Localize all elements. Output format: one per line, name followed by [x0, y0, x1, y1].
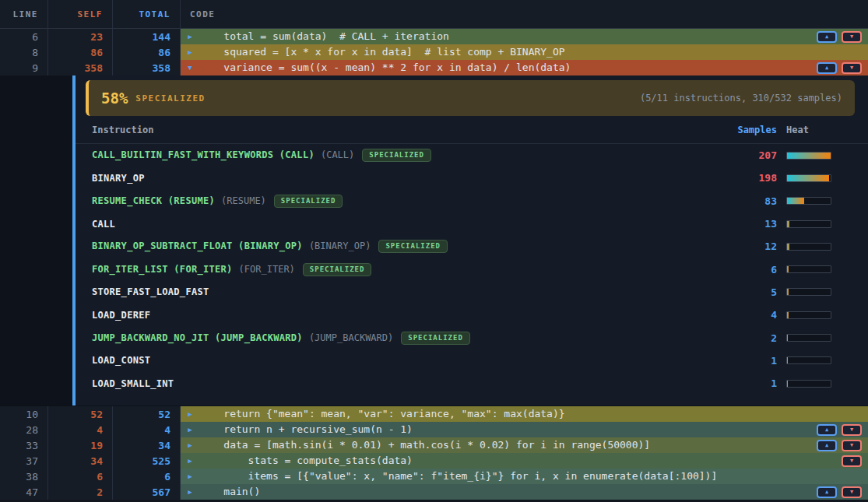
instruction-row: CALL_BUILTIN_FAST_WITH_KEYWORDS (CALL)(C… [76, 144, 868, 167]
line-number-cell: 38 [0, 469, 48, 484]
self-samples-cell: 6 [48, 469, 113, 484]
jump-up-button[interactable]: ▲ [817, 424, 837, 436]
code-text: total = sum(data) # CALL + iteration [199, 29, 449, 44]
code-cell[interactable]: ▶ total = sum(data) # CALL + iteration▲▼ [181, 29, 868, 44]
instruction-name: BINARY_OP_SUBTRACT_FLOAT (BINARY_OP)(BIN… [92, 240, 705, 253]
code-line-row[interactable]: 2844▶ return n + recursive_sum(n - 1)▲▼ [0, 422, 868, 437]
source-table-header: LINE SELF TOTAL CODE [0, 0, 868, 29]
specialized-badge: SPECIALIZED [401, 332, 470, 345]
total-samples-cell: 567 [113, 484, 181, 500]
jump-down-button[interactable]: ▼ [842, 440, 862, 451]
code-line-row[interactable]: 3734525▶ stats = compute_stats(data)▼ [0, 453, 868, 469]
jump-up-button[interactable]: ▲ [817, 62, 837, 74]
expander-icon[interactable]: ▶ [181, 29, 199, 44]
instruction-row: RESUME_CHECK (RESUME)(RESUME)SPECIALIZED… [76, 190, 868, 212]
code-line-row[interactable]: 9358358▼ variance = sum((x - mean) ** 2 … [0, 60, 868, 75]
instruction-rows: CALL_BUILTIN_FAST_WITH_KEYWORDS (CALL)(C… [76, 144, 868, 395]
code-line-row[interactable]: 3866▶ items = [{"value": x, "name": f"it… [0, 469, 868, 484]
code-text: return {"mean": mean, "var": variance, "… [199, 406, 565, 422]
code-line-row[interactable]: 472567▶ main()▲▼ [0, 484, 868, 500]
heat-bar-fill [787, 244, 789, 250]
code-cell[interactable]: ▶ squared = [x * x for x in data] # list… [181, 44, 868, 60]
instruction-row: BINARY_OP_SUBTRACT_FLOAT (BINARY_OP)(BIN… [76, 235, 868, 258]
heat-bar-fill [787, 357, 788, 363]
code-line-row[interactable]: 105252▶ return {"mean": mean, "var": var… [0, 406, 868, 422]
jump-down-button[interactable]: ▼ [842, 31, 862, 43]
instruction-column-header: Instruction [92, 125, 705, 135]
code-cell[interactable]: ▶ items = [{"value": x, "name": f"item_{… [181, 469, 868, 484]
code-line-row[interactable]: 88686▶ squared = [x * x for x in data] #… [0, 44, 868, 60]
expander-icon[interactable]: ▶ [181, 422, 199, 437]
instruction-samples-value: 1 [715, 377, 777, 389]
instruction-row: LOAD_CONST1 [76, 349, 868, 372]
code-text: items = [{"value": x, "name": f"item_{i}… [199, 469, 717, 484]
specialized-badge: SPECIALIZED [303, 263, 372, 276]
code-line-row[interactable]: 331934▶ data = [math.sin(i * 0.01) + mat… [0, 437, 868, 453]
line-nav-buttons: ▲▼ [817, 62, 868, 74]
column-header-self: SELF [48, 0, 113, 28]
heat-column-header: Heat [786, 125, 831, 135]
instruction-samples-value: 207 [715, 149, 777, 161]
jump-down-button[interactable]: ▼ [842, 62, 862, 74]
heat-bar-fill [787, 312, 789, 318]
line-number-cell: 37 [0, 453, 48, 469]
specialized-badge: SPECIALIZED [274, 195, 343, 208]
expander-icon[interactable]: ▶ [181, 453, 199, 469]
profiler-app: LINE SELF TOTAL CODE 623144▶ total = sum… [0, 0, 868, 502]
specialized-percent-label: SPECIALIZED [135, 93, 205, 104]
self-samples-cell: 52 [48, 406, 113, 422]
instruction-name: CALL_BUILTIN_FAST_WITH_KEYWORDS (CALL)(C… [92, 149, 705, 162]
code-line-row[interactable]: 623144▶ total = sum(data) # CALL + itera… [0, 29, 868, 44]
code-text: data = [math.sin(i * 0.01) + math.cos(i … [199, 437, 650, 453]
line-nav-buttons: ▼ [842, 455, 868, 467]
total-samples-cell: 4 [113, 422, 181, 437]
heat-bar [786, 197, 831, 205]
jump-up-button[interactable]: ▲ [817, 486, 837, 498]
instruction-name: RESUME_CHECK (RESUME)(RESUME)SPECIALIZED [92, 195, 705, 208]
line-number-cell: 28 [0, 422, 48, 437]
total-samples-cell: 34 [113, 437, 181, 453]
code-cell[interactable]: ▶ return {"mean": mean, "var": variance,… [181, 406, 868, 422]
jump-down-button[interactable]: ▼ [842, 455, 862, 467]
jump-down-button[interactable]: ▼ [842, 486, 862, 498]
line-number-cell: 10 [0, 406, 48, 422]
expander-icon[interactable]: ▶ [181, 406, 199, 422]
heat-bar [786, 265, 831, 273]
jump-down-button[interactable]: ▼ [842, 424, 862, 436]
expander-icon[interactable]: ▶ [181, 44, 199, 60]
jump-up-button[interactable]: ▲ [817, 31, 837, 43]
code-cell[interactable]: ▼ variance = sum((x - mean) ** 2 for x i… [181, 60, 868, 75]
code-text: return n + recursive_sum(n - 1) [199, 422, 413, 437]
instruction-name: LOAD_CONST [92, 355, 705, 366]
line-nav-buttons: ▲▼ [817, 440, 868, 451]
line-nav-buttons: ▲▼ [817, 486, 868, 498]
heat-bar [786, 311, 831, 319]
code-cell[interactable]: ▶ main()▲▼ [181, 484, 868, 500]
expander-icon[interactable]: ▶ [181, 437, 199, 453]
code-cell[interactable]: ▶ data = [math.sin(i * 0.01) + math.cos(… [181, 437, 868, 453]
instruction-base-name: (JUMP_BACKWARD) [309, 332, 393, 343]
heat-bar [786, 288, 831, 296]
jump-up-button[interactable]: ▲ [817, 440, 837, 451]
code-cell[interactable]: ▶ return n + recursive_sum(n - 1)▲▼ [181, 422, 868, 437]
expander-icon[interactable]: ▼ [181, 60, 199, 75]
instruction-samples-value: 198 [715, 172, 777, 184]
heat-bar-fill [787, 198, 804, 204]
instruction-samples-value: 13 [715, 218, 777, 230]
column-header-line: LINE [0, 0, 48, 28]
total-samples-cell: 86 [113, 44, 181, 60]
instruction-name: BINARY_OP [92, 173, 705, 184]
instruction-name: FOR_ITER_LIST (FOR_ITER)(FOR_ITER)SPECIA… [92, 263, 705, 276]
self-samples-cell: 2 [48, 484, 113, 500]
expander-icon[interactable]: ▶ [181, 469, 199, 484]
total-samples-cell: 525 [113, 453, 181, 469]
instruction-samples-value: 12 [715, 240, 777, 252]
line-number-cell: 9 [0, 60, 48, 75]
samples-column-header: Samples [715, 125, 777, 135]
expander-icon[interactable]: ▶ [181, 484, 199, 500]
instruction-name: LOAD_SMALL_INT [92, 378, 705, 389]
code-cell[interactable]: ▶ stats = compute_stats(data)▼ [181, 453, 868, 469]
instruction-base-name: (FOR_ITER) [239, 264, 295, 275]
instruction-name: LOAD_DEREF [92, 310, 705, 321]
specialization-summary-banner: 58% SPECIALIZED (5/11 instructions, 310/… [86, 80, 855, 116]
